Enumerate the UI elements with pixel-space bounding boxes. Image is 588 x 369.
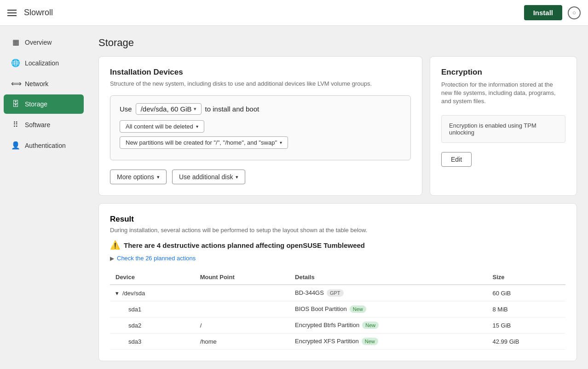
- disk-select-value: /dev/sda, 60 GiB: [141, 105, 192, 113]
- table-row: sda3/homeEncrypted XFS PartitionNew42.99…: [110, 334, 565, 350]
- partitions-option-text: New partitions will be created for "/", …: [126, 139, 277, 146]
- sidebar-item-label: Overview: [25, 39, 52, 46]
- software-icon: ⠿: [11, 120, 20, 129]
- result-title: Result: [110, 215, 565, 224]
- more-options-button[interactable]: More options ▾: [110, 170, 167, 184]
- status-badge: New: [350, 305, 366, 313]
- sidebar-item-software[interactable]: ⠿ Software: [4, 115, 84, 135]
- table-row: sda2/Encrypted Btrfs PartitionNew15 GiB: [110, 317, 565, 334]
- chevron-down-icon: ▾: [194, 106, 196, 112]
- help-icon[interactable]: ○: [568, 6, 581, 19]
- installation-devices-title: Installation Devices: [110, 68, 411, 77]
- sidebar-item-localization[interactable]: 🌐 Localization: [4, 53, 84, 73]
- table-row: ▾/dev/sdaBD-344GSGPT60 GiB: [110, 285, 565, 301]
- sidebar-item-label: Authentication: [25, 142, 66, 149]
- install-button[interactable]: Install: [524, 5, 562, 20]
- button-row: More options ▾ Use additional disk ▾: [110, 170, 411, 184]
- cell-mount: /: [195, 317, 289, 334]
- menu-button[interactable]: [7, 10, 17, 16]
- cell-details: Encrypted XFS PartitionNew: [289, 334, 487, 350]
- status-badge: New: [362, 322, 379, 329]
- cell-details: BD-344GSGPT: [289, 285, 487, 301]
- content-dropdown[interactable]: All content will be deleted ▾: [120, 120, 204, 133]
- top-card-row: Installation Devices Structure of the ne…: [98, 56, 577, 196]
- warning-icon: ⚠️: [110, 240, 120, 250]
- col-details: Details: [289, 270, 487, 285]
- status-badge: New: [362, 338, 378, 345]
- sidebar-item-overview[interactable]: ▦ Overview: [4, 32, 84, 52]
- cell-mount: /home: [195, 334, 289, 350]
- main-layout: ▦ Overview 🌐 Localization ⟺ Network 🗄 St…: [0, 26, 588, 369]
- cell-device: sda3: [110, 334, 195, 350]
- sidebar-item-authentication[interactable]: 👤 Authentication: [4, 135, 84, 155]
- chevron-down-btn[interactable]: ▾: [115, 290, 119, 297]
- col-mount: Mount Point: [195, 270, 289, 285]
- overview-icon: ▦: [11, 38, 20, 47]
- cell-details: Encrypted Btrfs PartitionNew: [289, 317, 487, 334]
- encryption-edit-button[interactable]: Edit: [441, 152, 472, 167]
- cell-size: 8 MiB: [487, 301, 565, 317]
- chevron-down-icon: ▾: [157, 174, 160, 180]
- cell-mount: [195, 301, 289, 317]
- chevron-down-icon: ▾: [280, 140, 282, 145]
- cell-mount: [195, 285, 289, 301]
- device-box: Use /dev/sda, 60 GiB ▾ to install and bo…: [110, 95, 411, 160]
- table-body: ▾/dev/sdaBD-344GSGPT60 GiBsda1BIOS Boot …: [110, 285, 565, 350]
- to-install-text: to install and boot: [205, 105, 259, 113]
- sidebar-item-label: Storage: [25, 100, 47, 108]
- col-size: Size: [487, 270, 565, 285]
- content-option-text: All content will be deleted: [126, 123, 193, 130]
- content-dropdown-row: All content will be deleted ▾: [120, 120, 401, 133]
- result-desc: During installation, several actions wil…: [110, 227, 565, 234]
- sidebar-item-label: Network: [25, 80, 48, 88]
- chevron-down-icon: ▾: [236, 174, 238, 180]
- table-row: sda1BIOS Boot PartitionNew8 MiB: [110, 301, 565, 317]
- expand-arrow-icon: ▶: [110, 255, 114, 262]
- use-additional-disk-button[interactable]: Use additional disk ▾: [172, 170, 246, 184]
- encryption-status: Encryption is enabled using TPM unlockin…: [441, 115, 565, 143]
- status-badge: GPT: [327, 289, 344, 297]
- cell-size: 60 GiB: [487, 285, 565, 301]
- partitions-dropdown[interactable]: New partitions will be created for "/", …: [120, 136, 288, 149]
- installation-devices-desc: Structure of the new system, including d…: [110, 80, 411, 88]
- topbar: Slowroll Install ○: [0, 0, 588, 26]
- cell-device: sda2: [110, 317, 195, 334]
- device-line: Use /dev/sda, 60 GiB ▾ to install and bo…: [120, 103, 401, 115]
- cell-device: sda1: [110, 301, 195, 317]
- cell-details: BIOS Boot PartitionNew: [289, 301, 487, 317]
- network-icon: ⟺: [11, 79, 20, 88]
- encryption-desc: Protection for the information stored at…: [441, 81, 565, 106]
- storage-icon: 🗄: [11, 100, 20, 108]
- sidebar-item-storage[interactable]: 🗄 Storage: [4, 94, 84, 114]
- main-content: Storage Installation Devices Structure o…: [87, 26, 588, 369]
- cell-device: ▾/dev/sda: [110, 285, 195, 301]
- warning-text: There are 4 destructive actions planned …: [124, 241, 365, 249]
- topbar-left: Slowroll: [7, 8, 53, 18]
- sidebar-item-label: Localization: [25, 59, 59, 67]
- partitions-dropdown-row: New partitions will be created for "/", …: [120, 136, 401, 149]
- result-table: Device Mount Point Details Size ▾/dev/sd…: [110, 270, 565, 350]
- use-prefix: Use: [120, 105, 132, 113]
- disk-selector[interactable]: /dev/sda, 60 GiB ▾: [136, 103, 202, 115]
- sidebar: ▦ Overview 🌐 Localization ⟺ Network 🗄 St…: [0, 26, 87, 369]
- auth-icon: 👤: [11, 141, 20, 150]
- chevron-down-icon: ▾: [196, 124, 198, 129]
- cell-size: 15 GiB: [487, 317, 565, 334]
- encryption-title: Encryption: [441, 68, 565, 77]
- installation-devices-card: Installation Devices Structure of the ne…: [98, 56, 422, 196]
- warning-row: ⚠️ There are 4 destructive actions plann…: [110, 240, 565, 250]
- expand-link: Check the 26 planned actions: [117, 255, 196, 262]
- localization-icon: 🌐: [11, 59, 20, 67]
- table-header: Device Mount Point Details Size: [110, 270, 565, 285]
- sidebar-item-label: Software: [25, 121, 50, 129]
- cell-size: 42.99 GiB: [487, 334, 565, 350]
- topbar-right: Install ○: [524, 5, 581, 20]
- result-card: Result During installation, several acti…: [98, 203, 577, 361]
- page-title: Storage: [98, 37, 577, 49]
- sidebar-item-network[interactable]: ⟺ Network: [4, 74, 84, 94]
- encryption-card: Encryption Protection for the informatio…: [430, 56, 577, 196]
- col-device: Device: [110, 270, 195, 285]
- expand-row[interactable]: ▶ Check the 26 planned actions: [110, 255, 565, 262]
- app-title: Slowroll: [24, 8, 53, 18]
